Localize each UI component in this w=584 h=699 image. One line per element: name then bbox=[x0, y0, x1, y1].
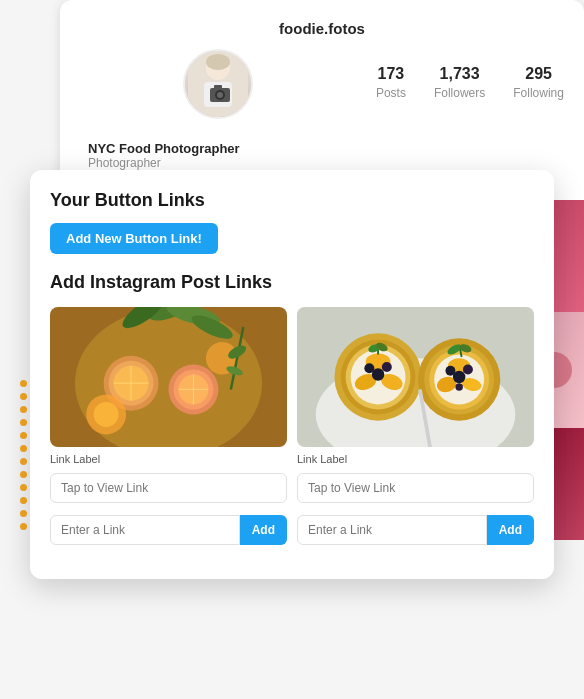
view-link-input-1[interactable] bbox=[50, 473, 287, 503]
view-link-input-2[interactable] bbox=[297, 473, 534, 503]
modal-card: Your Button Links Add New Button Link! A… bbox=[30, 170, 554, 579]
avatar-photo bbox=[185, 51, 251, 117]
svg-point-6 bbox=[217, 92, 223, 98]
post-image-2 bbox=[297, 307, 534, 447]
svg-point-30 bbox=[94, 402, 119, 427]
avatar bbox=[183, 49, 253, 119]
add-link-button-2[interactable]: Add bbox=[487, 515, 534, 545]
svg-point-60 bbox=[445, 366, 455, 376]
username: foodie.fotos bbox=[80, 20, 564, 37]
stat-following: 295 Following bbox=[513, 65, 564, 101]
svg-rect-7 bbox=[214, 85, 222, 89]
svg-point-47 bbox=[364, 363, 374, 373]
add-link-button-1[interactable]: Add bbox=[240, 515, 287, 545]
add-new-button-link-button[interactable]: Add New Button Link! bbox=[50, 223, 218, 254]
following-label: Following bbox=[513, 86, 564, 100]
posts-label: Posts bbox=[376, 86, 406, 100]
post-grid: Link Label Add bbox=[50, 307, 534, 545]
profile-name: NYC Food Photographer bbox=[80, 141, 564, 156]
profile-header: 173 Posts 1,733 Followers 295 Following bbox=[80, 49, 564, 129]
stats-row: 173 Posts 1,733 Followers 295 Following bbox=[376, 65, 564, 101]
post-item-2: Link Label Add bbox=[297, 307, 534, 545]
posts-count: 173 bbox=[376, 65, 406, 83]
button-links-title: Your Button Links bbox=[50, 190, 534, 211]
stat-posts: 173 Posts bbox=[376, 65, 406, 101]
link-label-1: Link Label bbox=[50, 453, 287, 465]
profile-category: Photographer bbox=[80, 156, 564, 170]
post-item-1: Link Label Add bbox=[50, 307, 287, 545]
profile-top: foodie.fotos bbox=[80, 20, 564, 37]
svg-point-59 bbox=[463, 365, 473, 375]
stat-followers: 1,733 Followers bbox=[434, 65, 485, 101]
svg-point-61 bbox=[455, 383, 462, 390]
enter-link-field-2[interactable] bbox=[297, 515, 487, 545]
followers-label: Followers bbox=[434, 86, 485, 100]
enter-link-row-2: Add bbox=[297, 515, 534, 545]
svg-point-2 bbox=[206, 54, 230, 70]
post-image-1 bbox=[50, 307, 287, 447]
enter-link-field-1[interactable] bbox=[50, 515, 240, 545]
followers-count: 1,733 bbox=[434, 65, 485, 83]
following-count: 295 bbox=[513, 65, 564, 83]
link-label-2: Link Label bbox=[297, 453, 534, 465]
enter-link-row-1: Add bbox=[50, 515, 287, 545]
svg-point-46 bbox=[382, 362, 392, 372]
post-links-title: Add Instagram Post Links bbox=[50, 272, 534, 293]
